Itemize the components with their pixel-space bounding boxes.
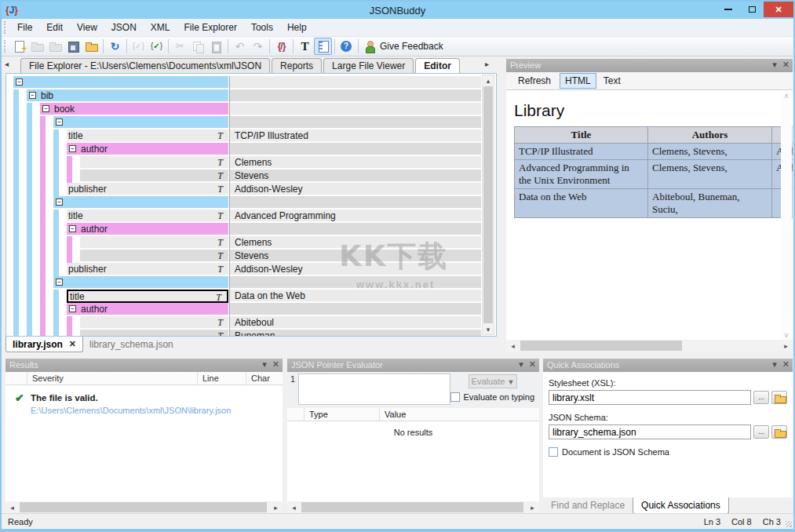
- name-cell[interactable]: T: [80, 316, 228, 329]
- refresh-button[interactable]: Refresh: [512, 73, 556, 89]
- value-cell[interactable]: TCP/IP Illustrated: [229, 129, 481, 142]
- panel-close-icon[interactable]: ✕: [782, 60, 790, 70]
- close-button[interactable]: ✕: [764, 2, 793, 17]
- results-horizontal-scrollbar[interactable]: ◂ ▸: [6, 501, 282, 513]
- menu-file-explorer[interactable]: File Explorer: [177, 20, 244, 35]
- json-syntax-view-button[interactable]: [272, 38, 290, 55]
- results-column-severity[interactable]: Severity: [27, 372, 198, 384]
- column-divider[interactable]: [229, 223, 230, 236]
- open-schema-folder-icon[interactable]: [771, 425, 787, 439]
- collapse-icon[interactable]: −: [29, 92, 36, 99]
- close-tab-icon[interactable]: ✕: [69, 339, 76, 349]
- scroll-up-icon[interactable]: ▴: [483, 75, 494, 86]
- panel-menu-icon[interactable]: ▾: [772, 60, 777, 70]
- name-cell[interactable]: T: [80, 169, 228, 182]
- name-cell[interactable]: titleT: [67, 210, 228, 222]
- collapse-icon[interactable]: −: [69, 225, 76, 232]
- value-cell[interactable]: Stevens: [229, 169, 481, 182]
- column-divider[interactable]: [229, 169, 230, 183]
- column-divider[interactable]: [229, 250, 230, 263]
- name-cell[interactable]: −: [53, 276, 228, 289]
- resize-grip[interactable]: [786, 521, 792, 527]
- text-view-button[interactable]: [296, 38, 314, 55]
- scroll-up-icon[interactable]: ∧: [781, 92, 792, 100]
- new-file-button[interactable]: [10, 38, 28, 55]
- menu-file[interactable]: File: [10, 20, 39, 35]
- value-cell[interactable]: [229, 276, 481, 289]
- name-cell[interactable]: publisherT: [67, 183, 228, 195]
- name-cell[interactable]: −: [13, 76, 228, 89]
- column-divider[interactable]: [229, 263, 230, 276]
- column-divider[interactable]: [229, 183, 230, 196]
- collapse-icon[interactable]: −: [56, 279, 63, 286]
- collapse-icon[interactable]: −: [42, 105, 49, 112]
- dock-tab-quick-associations[interactable]: Quick Associations: [633, 497, 729, 514]
- column-divider[interactable]: [229, 143, 230, 156]
- jpe-horizontal-scrollbar[interactable]: ◂ ▸: [288, 501, 538, 513]
- name-cell[interactable]: T: [80, 156, 228, 169]
- column-divider[interactable]: [229, 89, 230, 103]
- name-cell[interactable]: T: [80, 330, 228, 337]
- panel-close-icon[interactable]: ✕: [782, 359, 790, 370]
- name-cell[interactable]: −: [53, 196, 228, 209]
- column-divider[interactable]: [229, 303, 230, 316]
- value-cell[interactable]: [229, 196, 481, 209]
- value-cell[interactable]: [229, 89, 481, 102]
- value-cell[interactable]: [229, 76, 481, 89]
- browse-stylesheet-button[interactable]: ...: [753, 391, 769, 404]
- give-feedback-button[interactable]: Give Feedback: [361, 38, 446, 55]
- scroll-left-icon[interactable]: ◂: [288, 502, 300, 512]
- name-cell[interactable]: −bib: [27, 89, 228, 102]
- editor-vertical-scrollbar[interactable]: ▴ ▾: [482, 75, 494, 335]
- value-cell[interactable]: [229, 116, 481, 129]
- column-divider[interactable]: [229, 236, 230, 250]
- preview-horizontal-scrollbar[interactable]: ◂ ▸: [507, 340, 792, 352]
- pointer-expression-input[interactable]: [298, 373, 450, 405]
- column-divider[interactable]: [229, 316, 230, 330]
- value-cell[interactable]: [229, 303, 481, 315]
- collapse-icon[interactable]: −: [56, 199, 63, 206]
- menu-help[interactable]: Help: [280, 20, 314, 35]
- scroll-left-icon[interactable]: ◂: [507, 341, 519, 351]
- tab-scroll-left-icon[interactable]: ◂: [5, 60, 9, 68]
- scroll-down-icon[interactable]: ▾: [483, 324, 494, 334]
- validated-file-link[interactable]: E:\Users\Clemens\Documents\xml\JSON\libr…: [31, 406, 231, 415]
- menu-xml[interactable]: XML: [144, 20, 177, 35]
- value-cell[interactable]: Data on the Web: [229, 290, 481, 302]
- grid-view-button[interactable]: [314, 38, 332, 55]
- menu-json[interactable]: JSON: [104, 20, 144, 35]
- scroll-right-icon[interactable]: ▸: [270, 502, 282, 512]
- menu-tools[interactable]: Tools: [244, 20, 280, 35]
- main-tab-file[interactable]: File Explorer - E:\Users\Clemens\Documen…: [20, 58, 270, 73]
- panel-menu-icon[interactable]: ▾: [262, 359, 267, 370]
- value-cell[interactable]: [229, 223, 481, 235]
- scroll-right-icon[interactable]: ▸: [527, 502, 538, 512]
- maximize-button[interactable]: [740, 2, 764, 17]
- refresh-button[interactable]: [106, 38, 124, 55]
- value-cell[interactable]: Advanced Programming: [229, 210, 481, 222]
- column-divider[interactable]: [229, 76, 230, 89]
- column-divider[interactable]: [229, 129, 230, 143]
- column-divider[interactable]: [229, 196, 230, 210]
- save-button[interactable]: [64, 38, 82, 55]
- results-column-char[interactable]: Char: [246, 372, 283, 384]
- dock-tab-find-and-replace[interactable]: Find and Replace: [543, 497, 633, 514]
- name-cell[interactable]: publisherT: [67, 263, 228, 275]
- value-cell[interactable]: [229, 103, 481, 115]
- value-cell[interactable]: Clemens: [229, 236, 481, 249]
- jpe-column-value[interactable]: Value: [380, 408, 539, 421]
- evaluate-on-typing-checkbox[interactable]: [450, 392, 460, 402]
- collapse-icon[interactable]: −: [56, 118, 63, 126]
- scroll-left-icon[interactable]: ◂: [6, 502, 18, 512]
- collapse-icon[interactable]: −: [69, 305, 76, 312]
- name-cell[interactable]: titleT: [67, 129, 228, 142]
- name-cell[interactable]: T: [80, 236, 228, 249]
- open-containing-folder-button[interactable]: [82, 38, 100, 55]
- doc-tab-library-json[interactable]: library.json✕: [5, 337, 83, 352]
- check-well-formed-button[interactable]: ✓: [148, 38, 166, 55]
- results-column-line[interactable]: Line: [198, 372, 246, 384]
- column-divider[interactable]: [229, 330, 230, 337]
- panel-menu-icon[interactable]: ▾: [519, 359, 523, 370]
- column-divider[interactable]: [229, 116, 230, 129]
- doc-tab-library_schema-json[interactable]: library_schema.json: [83, 337, 180, 352]
